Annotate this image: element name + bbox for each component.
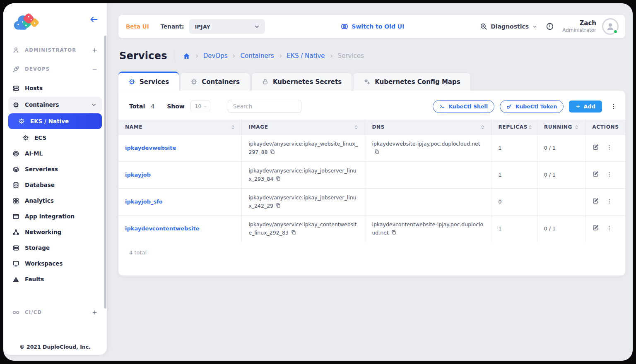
- copy-icon[interactable]: [275, 176, 281, 182]
- switch-to-old-ui-link[interactable]: Switch to Old UI: [341, 23, 404, 30]
- column-label: ACTIONS: [592, 124, 619, 130]
- sidebar-item-storage[interactable]: Storage: [3, 240, 107, 256]
- divider: [175, 50, 175, 62]
- sidebar-item-label: Networking: [25, 229, 98, 235]
- column-header-image[interactable]: IMAGE: [242, 120, 365, 135]
- service-name-link[interactable]: ipkaydevwebsite: [125, 145, 176, 151]
- home-icon[interactable]: [183, 52, 190, 60]
- replicas-value: 1: [498, 225, 501, 232]
- copy-icon[interactable]: [270, 149, 275, 155]
- column-header-actions: ACTIONS: [585, 120, 625, 135]
- breadcrumb-link-devops[interactable]: DevOps: [203, 52, 228, 60]
- replicas-value: 1: [498, 145, 501, 151]
- sidebar-item-ai-ml[interactable]: AI-ML: [3, 146, 107, 161]
- column-label: RUNNING: [544, 124, 572, 130]
- kubectl-shell-button[interactable]: KubeCtl Shell: [433, 100, 494, 113]
- kubectl-shell-label: KubeCtl Shell: [448, 103, 488, 110]
- row-kebab-icon[interactable]: [606, 198, 612, 204]
- column-header-dns[interactable]: DNS: [365, 120, 491, 135]
- sidebar-item-label: EKS / Native: [30, 118, 97, 125]
- sidebar-item-label: Storage: [25, 244, 98, 251]
- sidebar-item-networking[interactable]: Networking: [3, 224, 107, 240]
- edit-icon[interactable]: [592, 144, 599, 151]
- table-row: ipkayjob_sfoipkaydev/anyservice:ipkay_jo…: [118, 189, 625, 216]
- show-label: Show: [167, 103, 185, 110]
- kubectl-token-button[interactable]: KubeCtl Token: [500, 100, 564, 113]
- sort-icon: [528, 125, 533, 130]
- column-header-replicas[interactable]: REPLICAS: [491, 120, 537, 135]
- row-kebab-icon[interactable]: [606, 171, 612, 177]
- sidebar-item-eks-native[interactable]: EKS / Native: [8, 113, 102, 129]
- service-name-link[interactable]: ipkayjob: [125, 172, 151, 178]
- sidebar-item-ci-cd[interactable]: CI/CD: [3, 304, 107, 320]
- tab-services[interactable]: Services: [118, 72, 179, 91]
- sidebar-item-hosts[interactable]: Hosts: [3, 80, 107, 96]
- diagnostics-menu[interactable]: Diagnostics: [480, 23, 537, 30]
- column-label: REPLICAS: [498, 124, 528, 130]
- grid-icon: [12, 197, 19, 204]
- layers-icon: [12, 166, 19, 173]
- sidebar-item-label: Serverless: [25, 166, 98, 172]
- sort-icon: [574, 125, 579, 130]
- beta-ui-badge: Beta UI: [126, 23, 149, 30]
- sidebar-item-ecs[interactable]: ECS: [3, 130, 107, 146]
- sidebar-nav: ADMINISTRATORDEVOPSHostsContainersEKS / …: [3, 35, 107, 341]
- breadcrumb-row: Services DevOpsContainersEKS / NativeSer…: [119, 48, 625, 63]
- chevron-down-icon: [91, 102, 97, 108]
- breadcrumb-link-containers[interactable]: Containers: [240, 52, 274, 60]
- copy-icon[interactable]: [275, 203, 281, 208]
- row-kebab-icon[interactable]: [606, 225, 612, 231]
- chevron-right-icon: [278, 53, 283, 59]
- copy-icon[interactable]: [391, 230, 397, 235]
- tenant-select[interactable]: IPJAY: [189, 19, 265, 34]
- page-size-select[interactable]: 10: [190, 101, 210, 112]
- sidebar-item-serverless[interactable]: Serverless: [3, 161, 107, 177]
- sidebar-item-app-integration[interactable]: App Integration: [3, 208, 107, 224]
- sidebar-scrollbar[interactable]: [104, 36, 106, 309]
- sidebar-item-label: App Integration: [25, 213, 98, 220]
- add-button[interactable]: Add: [569, 101, 602, 113]
- service-name-link[interactable]: ipkaydevcontentwebsite: [125, 225, 200, 232]
- tab-containers[interactable]: Containers: [180, 72, 250, 91]
- sidebar-item-analytics[interactable]: Analytics: [3, 193, 107, 208]
- tab-kubernetes-config-maps[interactable]: Kubernetes Config Maps: [353, 72, 470, 91]
- sidebar-item-faults[interactable]: Faults: [3, 271, 107, 287]
- sort-icon: [480, 125, 485, 130]
- chevron-down-icon: [254, 24, 260, 30]
- tab-label: Containers: [202, 78, 240, 86]
- sidebar-item-label: DEVOPS: [25, 66, 92, 72]
- sidebar-item-containers[interactable]: Containers: [8, 97, 102, 113]
- copy-icon[interactable]: [374, 149, 380, 155]
- breadcrumb-items: DevOpsContainersEKS / NativeServices: [194, 52, 364, 60]
- alert-circle-icon[interactable]: [546, 22, 554, 31]
- service-name-link[interactable]: ipkayjob_sfo: [125, 199, 163, 205]
- minus-icon: [92, 66, 98, 72]
- edit-icon[interactable]: [592, 224, 599, 231]
- kubectl-token-label: KubeCtl Token: [516, 103, 557, 110]
- table-toolbar: Total 4 Show 10 KubeCtl Shell: [118, 91, 625, 120]
- sidebar-item-security[interactable]: SECURITY: [3, 338, 107, 341]
- edit-icon[interactable]: [592, 170, 599, 177]
- sidebar-collapse-icon[interactable]: [89, 15, 99, 24]
- window-icon: [12, 213, 19, 220]
- online-status-dot: [613, 29, 618, 34]
- row-kebab-icon[interactable]: [606, 144, 612, 151]
- sidebar-item-database[interactable]: Database: [3, 177, 107, 193]
- toolbar-kebab-icon[interactable]: [610, 103, 617, 110]
- avatar[interactable]: [602, 18, 619, 35]
- edit-icon[interactable]: [592, 197, 599, 204]
- tab-kubernetes-secrets[interactable]: Kubernetes Secrets: [251, 72, 352, 91]
- column-header-running[interactable]: RUNNING: [537, 120, 585, 135]
- search-plus-icon: [480, 23, 487, 30]
- breadcrumb-link-eks-native[interactable]: EKS / Native: [287, 52, 325, 60]
- copy-icon[interactable]: [291, 230, 296, 235]
- chevron-right-icon: [329, 53, 334, 59]
- page-size-value: 10: [195, 103, 201, 109]
- search-input[interactable]: [228, 100, 301, 113]
- target-icon: [12, 150, 19, 157]
- column-header-name[interactable]: NAME: [118, 120, 242, 135]
- sidebar-item-administrator[interactable]: ADMINISTRATOR: [3, 42, 107, 58]
- tab-label: Kubernetes Secrets: [273, 78, 342, 86]
- sidebar-item-workspaces[interactable]: Workspaces: [3, 256, 107, 271]
- sidebar-item-devops[interactable]: DEVOPS: [3, 61, 107, 77]
